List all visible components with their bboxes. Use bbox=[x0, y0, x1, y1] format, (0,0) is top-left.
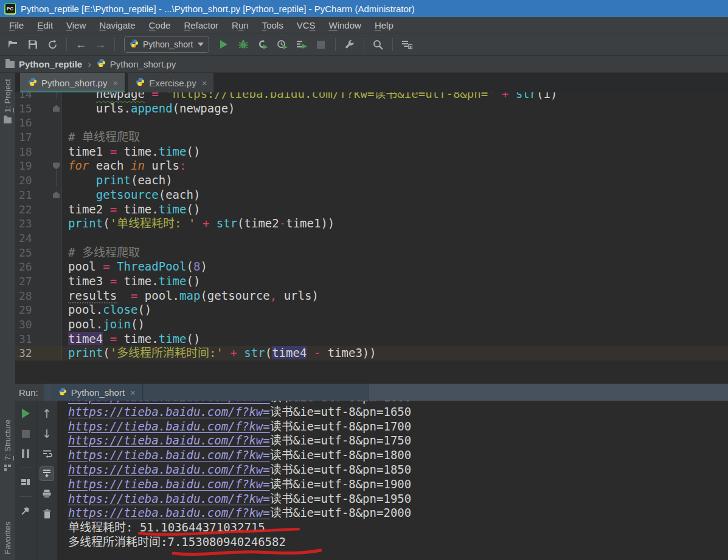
console-text: 读书&ie=utf-8&pn=1800 bbox=[270, 448, 411, 461]
forward-icon[interactable]: → bbox=[92, 37, 108, 52]
sidebar-item-favorites[interactable]: Favorites bbox=[0, 522, 15, 554]
menu-item-view[interactable]: View bbox=[60, 20, 92, 30]
code-line-14[interactable]: 14 newpage = 'https://tieba.baidu.com/f?… bbox=[15, 92, 728, 102]
console-text: 读书&ie=utf-8&pn=2000 bbox=[270, 506, 411, 519]
console-hyperlink[interactable]: https://tieba.baidu.com/f?kw= bbox=[68, 420, 270, 433]
line-number: 21 bbox=[15, 188, 62, 202]
menu-item-vcs[interactable]: VCS bbox=[290, 20, 322, 30]
console-hyperlink[interactable]: https://tieba.baidu.com/f?kw= bbox=[68, 492, 270, 505]
code-line-17[interactable]: 17# 单线程爬取 bbox=[15, 130, 728, 145]
clear-all-trash-icon[interactable] bbox=[40, 506, 54, 521]
code-text: pool = ThreadPool(8) bbox=[62, 260, 207, 274]
code-line-30[interactable]: 30pool.join() bbox=[15, 317, 728, 332]
code-text: print(each) bbox=[62, 173, 173, 188]
menu-item-window[interactable]: Window bbox=[322, 20, 368, 30]
console-hyperlink[interactable]: https://tieba.baidu.com/f?kw= bbox=[68, 477, 270, 491]
console-hyperlink[interactable]: https://tieba.baidu.com/f?kw= bbox=[68, 506, 270, 519]
sidebar-item-structure[interactable]: 7: Structure bbox=[0, 420, 15, 471]
console-output-line: https://tieba.baidu.com/f?kw=读书&ie=utf-8… bbox=[68, 506, 728, 520]
print-icon[interactable] bbox=[40, 486, 54, 501]
soft-wrap-icon[interactable] bbox=[40, 446, 54, 461]
line-number: 15 bbox=[15, 102, 62, 116]
sync-icon[interactable] bbox=[44, 37, 60, 52]
code-line-28[interactable]: 28results = pool.map(getsource, urls) bbox=[15, 289, 728, 303]
console-hyperlink[interactable]: https://tieba.baidu.com/f?kw= bbox=[68, 434, 270, 447]
pause-output-icon[interactable] bbox=[18, 446, 33, 461]
save-icon[interactable] bbox=[25, 37, 41, 52]
code-line-24[interactable]: 24 bbox=[15, 231, 728, 246]
scroll-to-end-icon[interactable] bbox=[40, 466, 54, 481]
pin-icon[interactable] bbox=[18, 503, 33, 518]
code-line-31[interactable]: 31time4 = time.time() bbox=[15, 332, 728, 347]
run-coverage-icon[interactable] bbox=[255, 37, 271, 52]
code-line-26[interactable]: 26pool = ThreadPool(8) bbox=[15, 260, 728, 274]
line-number: 19 bbox=[15, 159, 62, 173]
structure-stripe-label: 7: Structure bbox=[3, 420, 12, 460]
close-icon[interactable]: × bbox=[130, 388, 136, 397]
back-icon[interactable]: ← bbox=[73, 37, 89, 52]
run-tab-python-short[interactable]: Python_short × bbox=[51, 384, 143, 401]
code-line-32[interactable]: 32print('多线程所消耗时间:' + str(time4 - time3)… bbox=[15, 346, 728, 361]
console-hyperlink[interactable]: https://tieba.baidu.com/f?kw= bbox=[68, 463, 270, 476]
console-hyperlink[interactable]: https://tieba.baidu.com/f?kw= bbox=[68, 448, 270, 461]
debug-icon[interactable] bbox=[235, 37, 251, 52]
down-stack-trace-icon[interactable]: ↓ bbox=[40, 426, 54, 441]
code-line-22[interactable]: 22time2 = time.time() bbox=[15, 202, 728, 217]
main-toolbar: ← → Python_short bbox=[0, 33, 728, 56]
menu-item-tools[interactable]: Tools bbox=[255, 20, 290, 30]
console-output-line: https://tieba.baidu.com/f?kw=读书&ie=utf-8… bbox=[68, 420, 728, 434]
code-line-16[interactable]: 16 bbox=[15, 116, 728, 130]
close-icon[interactable]: × bbox=[202, 78, 207, 88]
code-text: # 多线程爬取 bbox=[62, 246, 140, 260]
code-line-23[interactable]: 23print('单线程耗时: ' + str(time2-time1)) bbox=[15, 216, 728, 231]
breadcrumb-file[interactable]: Python_short.py bbox=[110, 59, 176, 69]
python-file-icon bbox=[58, 387, 67, 398]
search-icon[interactable] bbox=[370, 37, 386, 52]
profiler-icon[interactable] bbox=[274, 37, 290, 52]
line-number: 22 bbox=[15, 202, 62, 217]
code-line-27[interactable]: 27time3 = time.time() bbox=[15, 274, 728, 289]
menu-item-navigate[interactable]: Navigate bbox=[92, 20, 142, 30]
breadcrumb-project[interactable]: Python_reptile bbox=[19, 59, 82, 69]
code-editor[interactable]: 14 newpage = 'https://tieba.baidu.com/f?… bbox=[15, 92, 728, 383]
line-number: 26 bbox=[15, 260, 62, 274]
menu-item-help[interactable]: Help bbox=[368, 20, 400, 30]
fold-marker-icon[interactable] bbox=[53, 162, 60, 169]
tab-label: Python_short.py bbox=[41, 78, 107, 88]
menu-item-code[interactable]: Code bbox=[142, 20, 178, 30]
code-line-29[interactable]: 29pool.close() bbox=[15, 303, 728, 317]
code-line-25[interactable]: 25# 多线程爬取 bbox=[15, 246, 728, 260]
restore-layout-icon[interactable] bbox=[18, 475, 33, 489]
code-text: newpage = 'https://tieba.baidu.com/f?kw=… bbox=[62, 92, 558, 102]
run-console-output[interactable]: https://tieba.baidu.com/f?kw=读书&ie=utf-8… bbox=[58, 401, 728, 560]
run-icon[interactable] bbox=[216, 37, 232, 52]
console-hyperlink[interactable]: https://tieba.baidu.com/f?kw= bbox=[68, 401, 270, 404]
tab-exercise[interactable]: Exercise.py × bbox=[128, 73, 214, 92]
project-stripe-label: 1: Project bbox=[3, 79, 12, 112]
run-configuration-select[interactable]: Python_short bbox=[124, 36, 209, 53]
code-line-20[interactable]: 20 print(each) bbox=[15, 173, 728, 188]
up-stack-trace-icon[interactable]: ↑ bbox=[40, 406, 54, 421]
rerun-icon[interactable] bbox=[18, 406, 33, 421]
menu-item-edit[interactable]: Edit bbox=[30, 20, 60, 30]
menu-item-run[interactable]: Run bbox=[225, 20, 255, 30]
menu-item-refactor[interactable]: Refactor bbox=[177, 20, 225, 30]
fold-marker-icon[interactable] bbox=[53, 192, 60, 198]
open-icon[interactable] bbox=[5, 37, 21, 52]
sidebar-item-project[interactable]: 1: Project bbox=[0, 79, 15, 124]
console-hyperlink[interactable]: https://tieba.baidu.com/f?kw= bbox=[68, 405, 270, 418]
fold-marker-icon[interactable] bbox=[53, 105, 60, 112]
code-line-21[interactable]: 21 getsource(each) bbox=[15, 188, 728, 202]
tab-python-short[interactable]: Python_short.py × bbox=[20, 73, 125, 92]
console-text: 读书&ie=utf-8&pn=1650 bbox=[270, 405, 411, 418]
settings-wrench-icon[interactable] bbox=[342, 37, 358, 52]
menu-item-file[interactable]: File bbox=[2, 20, 30, 30]
run-with-concurrency-icon[interactable] bbox=[294, 37, 310, 52]
code-line-15[interactable]: 15 urls.append(newpage) bbox=[15, 102, 728, 116]
code-text: print('多线程所消耗时间:' + str(time4 - time3)) bbox=[62, 346, 376, 361]
line-number: 29 bbox=[15, 303, 62, 317]
close-icon[interactable]: × bbox=[113, 78, 118, 88]
code-line-19[interactable]: 19for each in urls: bbox=[15, 159, 728, 173]
code-line-18[interactable]: 18time1 = time.time() bbox=[15, 145, 728, 159]
tool-windows-icon[interactable] bbox=[399, 37, 415, 52]
